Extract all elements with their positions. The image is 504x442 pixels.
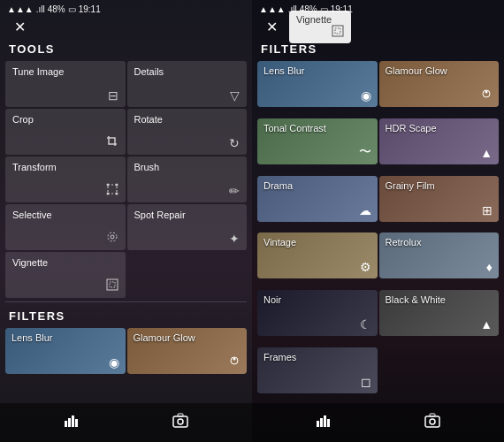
tool-selective[interactable]: Selective bbox=[5, 204, 126, 250]
wifi-icon-right: ▲▲▲ bbox=[259, 4, 286, 14]
filter-vintage[interactable]: Vintage ⚙ bbox=[257, 232, 378, 278]
battery-percent: 48% bbox=[48, 4, 65, 14]
filter-bw-label: Black & White bbox=[386, 294, 446, 305]
filter-noir[interactable]: Noir ☾ bbox=[257, 290, 378, 336]
time-right: 19:11 bbox=[331, 4, 353, 14]
filter-vintage-label: Vintage bbox=[263, 237, 296, 248]
filter-noir-label: Noir bbox=[263, 294, 281, 305]
svg-rect-14 bbox=[75, 419, 78, 427]
transform-icon bbox=[106, 183, 118, 197]
status-bar-left: ▲▲▲ .ıll 48% ▭ 19:11 bbox=[7, 4, 101, 14]
filter-glamour-glow-right[interactable]: Glamour Glow bbox=[379, 61, 500, 107]
signal-icon-right: .ıll bbox=[288, 4, 297, 14]
filter-tonal-label: Tonal Contrast bbox=[263, 123, 326, 133]
svg-rect-15 bbox=[173, 416, 187, 427]
filter-hdr-scape[interactable]: HDR Scape ▲ bbox=[379, 118, 500, 164]
svg-point-4 bbox=[115, 193, 118, 195]
svg-rect-8 bbox=[110, 282, 115, 287]
filter-noir-icon: ☾ bbox=[360, 317, 371, 332]
filter-retrolux-icon: ♦ bbox=[486, 260, 493, 274]
filter-frames[interactable]: Frames ◻ bbox=[257, 347, 378, 393]
filter-hdr-label: HDR Scape bbox=[386, 123, 437, 133]
svg-point-3 bbox=[106, 193, 109, 195]
tool-tune-image[interactable]: Tune Image ⊟ bbox=[5, 61, 126, 107]
tool-spot-repair[interactable]: Spot Repair ✦ bbox=[127, 204, 248, 250]
filter-retrolux-label: Retrolux bbox=[386, 237, 422, 248]
svg-rect-0 bbox=[108, 185, 117, 194]
svg-rect-22 bbox=[317, 421, 319, 427]
filter-drama-label: Drama bbox=[263, 180, 293, 191]
brush-icon: ✏ bbox=[229, 185, 240, 197]
vignette-single-container: Vignette bbox=[0, 252, 252, 298]
filter-glamour-glow-left[interactable]: Glamour Glow bbox=[127, 328, 248, 374]
tools-grid: Tune Image ⊟ Details ▽ Crop Rotate ↻ bbox=[0, 61, 252, 250]
bottom-camera-icon[interactable] bbox=[172, 412, 189, 434]
status-bar-right: ▲▲▲ .ıll 48% ▭ 19:11 bbox=[252, 0, 504, 18]
battery-icon: ▭ bbox=[68, 4, 76, 14]
tool-transform[interactable]: Transform bbox=[5, 156, 126, 202]
tool-transform-label: Transform bbox=[12, 162, 118, 172]
svg-point-5 bbox=[108, 232, 117, 241]
svg-point-10 bbox=[233, 358, 236, 361]
vignette-icon bbox=[106, 278, 118, 293]
wifi-icon: ▲▲▲ bbox=[7, 4, 34, 14]
svg-rect-23 bbox=[320, 418, 323, 427]
svg-rect-12 bbox=[68, 418, 71, 427]
tool-rotate-label: Rotate bbox=[134, 114, 241, 125]
filter-bw-icon: ▲ bbox=[480, 317, 493, 332]
filter-glamour-icon-right bbox=[480, 88, 493, 103]
filter-lens-blur-right[interactable]: Lens Blur ◉ bbox=[257, 61, 378, 107]
filter-grainy-label: Grainy Film bbox=[386, 180, 435, 191]
filter-lens-blur-left[interactable]: Lens Blur ◉ bbox=[5, 328, 126, 374]
svg-rect-25 bbox=[327, 419, 330, 427]
filter-tonal-contrast[interactable]: Tonal Contrast 〜 bbox=[257, 118, 378, 164]
filter-grainy-icon: ⊞ bbox=[482, 203, 493, 217]
svg-rect-7 bbox=[107, 279, 118, 290]
filter-vintage-icon: ⚙ bbox=[360, 260, 371, 274]
time-left: 19:11 bbox=[79, 4, 101, 14]
filter-frames-icon: ◻ bbox=[361, 375, 371, 389]
bottom-bar-right bbox=[252, 403, 504, 442]
vignette-card-icon bbox=[332, 25, 344, 40]
svg-rect-13 bbox=[72, 415, 74, 427]
tool-brush[interactable]: Brush ✏ bbox=[127, 156, 248, 202]
tool-rotate[interactable]: Rotate ↻ bbox=[127, 109, 248, 155]
filter-grainy-film[interactable]: Grainy Film ⊞ bbox=[379, 176, 500, 222]
filter-lens-blur-icon-right: ◉ bbox=[361, 88, 371, 103]
filter-drama-icon: ☁ bbox=[359, 203, 371, 217]
filter-retrolux[interactable]: Retrolux ♦ bbox=[379, 232, 500, 278]
svg-rect-16 bbox=[178, 414, 183, 416]
filter-drama[interactable]: Drama ☁ bbox=[257, 176, 378, 222]
filter-hdr-icon: ▲ bbox=[480, 146, 493, 160]
filter-empty bbox=[379, 347, 500, 393]
tool-details[interactable]: Details ▽ bbox=[127, 61, 248, 107]
filters-grid-right: Lens Blur ◉ Glamour Glow Tonal Contrast … bbox=[252, 61, 504, 403]
tool-crop[interactable]: Crop bbox=[5, 109, 126, 155]
close-button-right[interactable]: ✕ bbox=[261, 16, 282, 37]
svg-rect-19 bbox=[335, 28, 340, 34]
status-bar-right-left: ▲▲▲ .ıll 48% ▭ 19:11 bbox=[259, 4, 353, 14]
svg-rect-18 bbox=[332, 26, 343, 36]
tool-selective-label: Selective bbox=[12, 210, 118, 220]
filters-grid-left: Lens Blur ◉ Glamour Glow bbox=[0, 328, 252, 403]
close-button-left[interactable]: ✕ bbox=[9, 16, 30, 37]
bottom-histogram-icon[interactable] bbox=[63, 412, 80, 434]
right-panel: ▲▲▲ .ıll 48% ▭ 19:11 ✕ Vignette FILT bbox=[252, 0, 504, 442]
svg-rect-11 bbox=[65, 421, 67, 427]
tool-vignette[interactable]: Vignette bbox=[5, 252, 126, 298]
spot-repair-icon: ✦ bbox=[229, 232, 240, 245]
svg-point-21 bbox=[485, 91, 488, 94]
details-icon: ▽ bbox=[230, 89, 240, 102]
bottom-histogram-icon-right[interactable] bbox=[315, 412, 332, 434]
status-bar: ▲▲▲ .ıll 48% ▭ 19:11 bbox=[0, 0, 252, 18]
bottom-camera-icon-right[interactable] bbox=[424, 412, 441, 434]
filters-section-label-left: FILTERS bbox=[0, 306, 252, 328]
filter-lens-blur-label-right: Lens Blur bbox=[263, 65, 304, 76]
tune-image-icon: ⊟ bbox=[108, 89, 118, 102]
tools-filters-divider bbox=[5, 301, 247, 302]
svg-point-1 bbox=[106, 184, 109, 187]
rotate-icon: ↻ bbox=[229, 137, 240, 149]
filter-lens-blur-icon-left: ◉ bbox=[109, 355, 119, 370]
signal-icon: .ıll bbox=[36, 4, 45, 14]
filter-black-white[interactable]: Black & White ▲ bbox=[379, 290, 500, 336]
